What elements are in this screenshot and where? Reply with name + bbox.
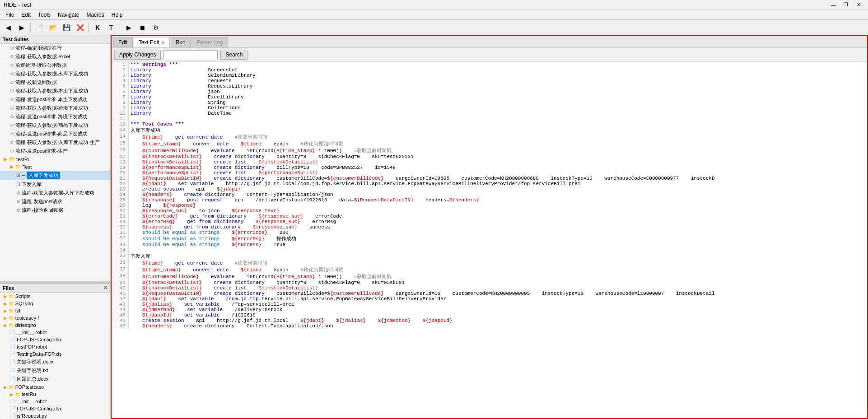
- line-content[interactable]: ${jdalias} set variable /fop-serviceBill…: [129, 302, 867, 307]
- tree-item[interactable]: ⚙流程-发送post请求: [0, 197, 110, 206]
- line-content[interactable]: ${instockDetailList} create list ${insto…: [129, 159, 867, 165]
- close-file-button[interactable]: ❌: [74, 22, 86, 33]
- line-content[interactable]: ${jdappId} set variable /1022618: [129, 312, 867, 318]
- file-tree-item[interactable]: 📄 关键字说明.docx: [0, 358, 110, 366]
- line-content[interactable]: ${jdmethod} set variable /deliveryInstoc…: [129, 307, 867, 312]
- line-content[interactable]: ${instockDetailList} create dictionary q…: [129, 154, 867, 159]
- save-button[interactable]: 💾: [60, 22, 73, 33]
- tree-item[interactable]: ⚙流程-获取入参数据-商品下发成功: [0, 121, 110, 130]
- line-content[interactable]: 下发入库: [129, 253, 867, 260]
- line-content[interactable]: ${performanceSpList} create list ${perfo…: [129, 170, 867, 176]
- stop-button[interactable]: ⏹: [136, 22, 149, 33]
- file-tree-item[interactable]: 📄 jsfRequest.py: [0, 412, 110, 419]
- close-button[interactable]: ✕: [853, 1, 864, 9]
- tab-text-edit[interactable]: Text Edit ✕: [134, 37, 170, 47]
- line-content[interactable]: ${time_stamp} convert date ${time} epoch…: [129, 266, 867, 273]
- line-content[interactable]: ${time} get current date #获取当前时间: [129, 260, 867, 266]
- file-tree-item[interactable]: 📄 FOP-JSFConfig.xlsx: [0, 336, 110, 343]
- file-tree-item[interactable]: 📄 FOP-JSFConfig.xlsx: [0, 405, 110, 412]
- line-content[interactable]: Library ExcelLibrary: [129, 94, 867, 100]
- line-content[interactable]: ${response} post request api /deliveryIn…: [129, 197, 867, 203]
- line-content[interactable]: ${success} get from dictionary ${respons…: [129, 224, 867, 230]
- run-button[interactable]: ▶: [122, 22, 135, 33]
- menu-tools[interactable]: Tools: [34, 11, 54, 19]
- menu-file[interactable]: File: [2, 11, 18, 19]
- line-content[interactable]: ${headers} create dictionary Content-Typ…: [129, 192, 867, 197]
- keyword-button[interactable]: K: [91, 22, 104, 33]
- tree-item[interactable]: ⚙前置处理-读取公用数据: [0, 61, 110, 70]
- menu-navigate[interactable]: Navigate: [54, 11, 83, 19]
- tree-item[interactable]: ⚙流程-获取入参数据-出库下发成功: [0, 70, 110, 78]
- tree-item[interactable]: ⚙流程-校验返回数据: [0, 206, 110, 214]
- line-content[interactable]: [129, 116, 867, 121]
- menu-edit[interactable]: Edit: [18, 11, 34, 19]
- line-content[interactable]: [129, 247, 867, 253]
- menu-macros[interactable]: Macros: [83, 11, 107, 19]
- line-content[interactable]: ${response_suc} to json ${response.text}: [129, 208, 867, 214]
- file-tree-item[interactable]: 📄 __init__.robot: [0, 398, 110, 405]
- tree-item[interactable]: ⚙流程-获取入参数据-excel: [0, 52, 110, 61]
- search-input[interactable]: [163, 50, 218, 59]
- tree-item[interactable]: ☑入库下发成功: [0, 171, 110, 180]
- line-content[interactable]: Library Selenium2Library: [129, 73, 867, 78]
- tree-item[interactable]: ⚙流程-获取入参数据-入库下发成功-生产: [0, 138, 110, 147]
- tree-item[interactable]: ⚙流程-发送post请求-跨境下发成功: [0, 112, 110, 121]
- line-content[interactable]: should be equal as strings ${success} Tr…: [129, 242, 867, 247]
- tab-run[interactable]: Run: [171, 37, 191, 47]
- line-content[interactable]: *** Settings ***: [129, 62, 867, 67]
- tree-item[interactable]: ⚙流程-发送post请求-本土下发成功: [0, 95, 110, 104]
- tree-item[interactable]: ⚙流程-校验返回数据: [0, 78, 110, 87]
- settings-button[interactable]: ⚙: [149, 22, 162, 33]
- file-tree-item[interactable]: ▶ 📁 testcasey f: [0, 314, 110, 321]
- tree-item[interactable]: ⚙流程-发送post请求-生产: [0, 147, 110, 155]
- new-button[interactable]: 📄: [33, 22, 46, 33]
- line-content[interactable]: ${time} get current date #获取当前时间: [129, 134, 867, 140]
- line-content[interactable]: ${instockDetailList} create list ${insto…: [129, 285, 867, 291]
- tab-parser-log[interactable]: Parser Log: [191, 37, 228, 47]
- template-button[interactable]: T: [105, 22, 117, 33]
- tree-item[interactable]: ☐下发入库: [0, 180, 110, 189]
- search-button[interactable]: Search: [220, 50, 247, 60]
- minimize-button[interactable]: —: [827, 1, 839, 9]
- line-content[interactable]: Library Screenshot: [129, 67, 867, 73]
- line-content[interactable]: ${errorMsg} get from dictionary ${respon…: [129, 219, 867, 224]
- files-close-icon[interactable]: ✕: [103, 285, 107, 291]
- file-tree-item[interactable]: 📄 问题汇总.docx: [0, 375, 110, 383]
- tree-item[interactable]: ⚙流程-发送post请求-商品下发成功: [0, 130, 110, 138]
- code-editor[interactable]: 1*** Settings ***2Library Screenshot3Lib…: [112, 62, 867, 418]
- line-content[interactable]: 入库下发成功: [129, 127, 867, 134]
- line-content[interactable]: ${headers} create dictionary Content-Typ…: [129, 323, 867, 329]
- line-content[interactable]: should be equal as strings ${errorCode} …: [129, 230, 867, 235]
- line-content[interactable]: Library RequestsLibrary|: [129, 84, 867, 89]
- line-content[interactable]: ${customerBillCode} evaluate int(round($…: [129, 273, 867, 280]
- file-tree-item[interactable]: 📄 testFOP.robot: [0, 343, 110, 350]
- menu-help[interactable]: Help: [108, 11, 126, 19]
- line-content[interactable]: ${RequestDataDictIN} create dictionary c…: [129, 291, 867, 296]
- maximize-button[interactable]: ❐: [840, 1, 852, 9]
- file-tree-item[interactable]: 📄 TestingData-FOP.xls: [0, 350, 110, 358]
- apply-changes-button[interactable]: Apply Changes: [114, 50, 161, 60]
- line-content[interactable]: create session api http://g.jsf.jd.th.lo…: [129, 318, 867, 323]
- line-content[interactable]: Library Collections: [129, 105, 867, 111]
- file-tree-item[interactable]: ▶ 📁 dirtestpro: [0, 321, 110, 329]
- tree-item[interactable]: ▶ 📁Test: [0, 163, 110, 171]
- line-content[interactable]: ${jdapi} set variable /com.jd.fop.servic…: [129, 296, 867, 302]
- tree-item[interactable]: ⚙流程-获取入参数据-入库下发成功: [0, 189, 110, 197]
- tree-item[interactable]: ⚙流程-获取入参数据-本土下发成功: [0, 87, 110, 95]
- file-tree-item[interactable]: 📄 __init__.robot: [0, 329, 110, 336]
- tab-edit[interactable]: Edit: [113, 37, 133, 47]
- line-content[interactable]: Library json: [129, 89, 867, 94]
- tree-item[interactable]: ▶ 📁testRu: [0, 155, 110, 163]
- line-content[interactable]: ${errorCode} get from dictionary ${respo…: [129, 214, 867, 219]
- forward-button[interactable]: ▶: [15, 22, 28, 33]
- tree-item[interactable]: ⚙流程-确定用例所在行: [0, 44, 110, 52]
- line-content[interactable]: ${performanceSpList} create dictionary b…: [129, 165, 867, 170]
- tree-item[interactable]: ⚙流程-获取入参数据-跨境下发成功: [0, 104, 110, 112]
- back-button[interactable]: ◀: [2, 22, 14, 33]
- tab-text-edit-close[interactable]: ✕: [161, 40, 165, 45]
- line-content[interactable]: ${RequestDataDictIN} create dictionary c…: [129, 176, 867, 181]
- line-content[interactable]: ${time_stamp} convert date ${time} epoch…: [129, 140, 867, 147]
- line-content[interactable]: ${instockDetailList} create dictionary q…: [129, 280, 867, 285]
- file-tree-item[interactable]: ▶ 📁 FOPtestcase: [0, 383, 110, 391]
- line-content[interactable]: Library requests: [129, 78, 867, 84]
